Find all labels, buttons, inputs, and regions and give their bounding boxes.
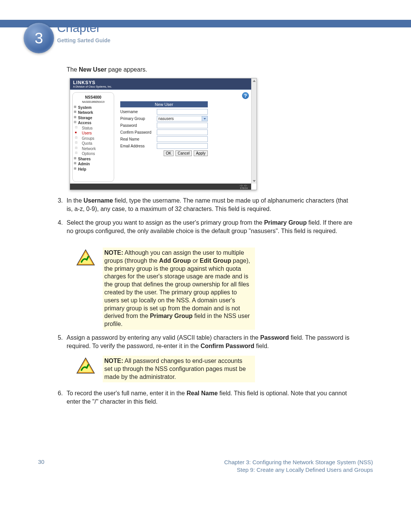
screenshot-new-user: LINKSYS A Division of Cisco Systems, Inc… bbox=[70, 78, 257, 190]
cancel-button[interactable]: Cancel bbox=[175, 150, 192, 156]
input-real-name[interactable] bbox=[157, 136, 208, 142]
help-icon[interactable]: ? bbox=[242, 92, 249, 99]
nav-network-sub[interactable]: Network bbox=[73, 146, 114, 152]
footer-text: Chapter 3: Configuring the Network Stora… bbox=[224, 459, 373, 474]
input-confirm-password[interactable] bbox=[157, 129, 208, 135]
input-password[interactable] bbox=[157, 123, 208, 128]
panel-title: New User bbox=[120, 101, 208, 107]
warning-icon bbox=[76, 249, 95, 266]
nav-quota[interactable]: Quota bbox=[73, 141, 114, 146]
label-password: Password bbox=[120, 123, 157, 128]
nav-tree: NSS4000 NAS0018f8056419 System Network S… bbox=[72, 92, 114, 182]
step-4: 4. Select the group you want to assign a… bbox=[55, 219, 356, 235]
device-model: NSS4000 bbox=[73, 95, 114, 100]
step-3: 3. In the Username field, type the usern… bbox=[55, 197, 356, 213]
intro-text: The New User page appears. bbox=[67, 66, 147, 74]
label-primary-group: Primary Group bbox=[120, 117, 157, 121]
label-email: Email Address bbox=[120, 144, 157, 148]
nav-system[interactable]: System bbox=[73, 105, 114, 110]
label-confirm-password: Confirm Password bbox=[120, 130, 157, 134]
nav-shares[interactable]: Shares bbox=[73, 157, 114, 162]
note-primary-group: NOTE: Although you can assign the user t… bbox=[76, 248, 255, 330]
page-number: 30 bbox=[38, 459, 45, 465]
ok-button[interactable]: OK bbox=[164, 150, 174, 156]
screenshot-footer: ·ı|ı·ı|ı· cisco bbox=[70, 184, 251, 190]
linksys-tagline: A Division of Cisco Systems, Inc. bbox=[73, 85, 248, 88]
note-password: NOTE: All password changes to end-user a… bbox=[76, 356, 255, 382]
step-5: 5. Assign a password by entering any val… bbox=[55, 334, 356, 350]
nav-groups[interactable]: Groups bbox=[73, 136, 114, 141]
nav-storage[interactable]: Storage bbox=[73, 115, 114, 121]
input-username[interactable] bbox=[157, 109, 208, 115]
label-real-name: Real Name bbox=[120, 137, 157, 141]
select-primary-group[interactable]: nasusers bbox=[157, 116, 208, 121]
input-email[interactable] bbox=[157, 143, 208, 149]
linksys-logo: LINKSYS bbox=[73, 80, 248, 85]
chevron-down-icon bbox=[204, 118, 206, 120]
chapter-subtitle: Getting Sarted Guide bbox=[57, 37, 110, 43]
scrollbar[interactable] bbox=[251, 78, 256, 184]
device-serial: NAS0018f8056419 bbox=[73, 100, 114, 104]
nav-status[interactable]: Status bbox=[73, 126, 114, 131]
nav-help[interactable]: Help bbox=[73, 167, 114, 172]
nav-network[interactable]: Network bbox=[73, 110, 114, 115]
nav-admin[interactable]: Admin bbox=[73, 161, 114, 167]
step-6: 6. To record the user's full name, enter… bbox=[55, 389, 356, 406]
new-user-panel: New User Username Primary Groupnasusers … bbox=[120, 101, 208, 156]
label-username: Username bbox=[120, 110, 157, 114]
nav-users[interactable]: Users bbox=[73, 131, 114, 136]
chapter-label: Chapter bbox=[57, 21, 100, 35]
chapter-number-badge: 3 bbox=[24, 23, 54, 53]
nav-access[interactable]: Access bbox=[73, 120, 114, 126]
apply-button[interactable]: Apply bbox=[194, 150, 208, 156]
warning-icon bbox=[76, 357, 95, 374]
screenshot-header: LINKSYS A Division of Cisco Systems, Inc… bbox=[70, 78, 251, 90]
nav-options[interactable]: Options bbox=[73, 151, 114, 157]
